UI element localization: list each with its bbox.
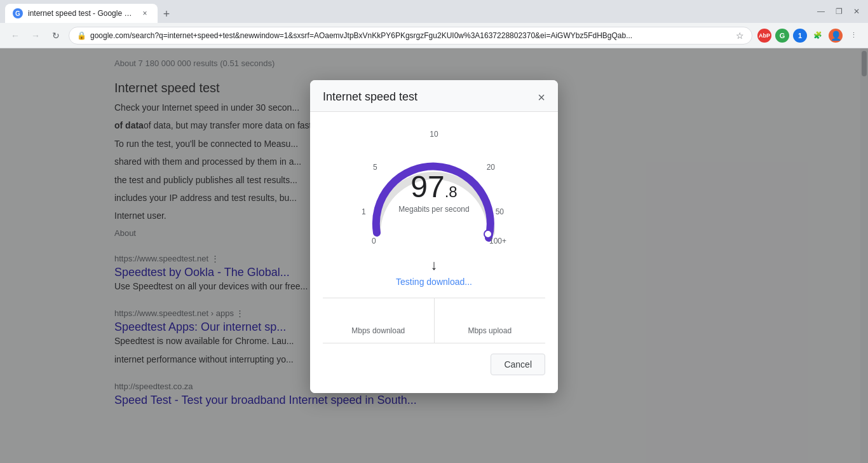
close-button[interactable]: ✕ xyxy=(850,5,863,18)
abp-extension-icon[interactable]: AbP xyxy=(757,29,771,43)
gauge-label-0: 0 xyxy=(372,237,376,245)
cancel-button[interactable]: Cancel xyxy=(491,354,545,375)
tab-close-button[interactable]: × xyxy=(140,8,150,18)
download-section: ↓ Testing download... xyxy=(323,257,545,287)
title-bar: G internet speed test - Google Sea × + —… xyxy=(0,0,868,23)
dialog-title: Internet speed test xyxy=(323,90,417,104)
modal-overlay: Internet speed test × xyxy=(0,48,868,463)
dialog-close-button[interactable]: × xyxy=(538,91,545,104)
back-button[interactable]: ← xyxy=(8,28,23,43)
extension-icons: AbP G 1 🧩 👤 ⋮ xyxy=(757,29,860,43)
extension-badge[interactable]: 1 xyxy=(793,29,807,43)
mbps-upload-value xyxy=(445,306,536,324)
mbps-download-value xyxy=(333,306,424,324)
tab-title: internet speed test - Google Sea xyxy=(28,9,135,18)
lock-icon: 🔒 xyxy=(77,31,86,40)
url-bar[interactable]: 🔒 google.com/search?q=internet+speed+tes… xyxy=(69,27,752,45)
mbps-download-col: Mbps download xyxy=(323,298,435,343)
gauge-container: 10 5 20 1 50 0 100+ 97.8 xyxy=(358,125,510,252)
download-arrow-icon: ↓ xyxy=(323,257,545,273)
mbps-download-label: Mbps download xyxy=(333,326,424,335)
gauge-center: 97.8 Megabits per second xyxy=(398,172,469,214)
mbps-upload-label: Mbps upload xyxy=(445,326,536,335)
star-icon[interactable]: ☆ xyxy=(736,31,744,41)
chrome-browser: G internet speed test - Google Sea × + —… xyxy=(0,0,868,463)
new-tab-button[interactable]: + xyxy=(158,5,175,23)
speed-test-dialog: Internet speed test × xyxy=(310,80,558,393)
active-tab[interactable]: G internet speed test - Google Sea × xyxy=(5,4,158,23)
window-controls: — ❐ ✕ xyxy=(815,5,863,18)
gauge-label-100: 100+ xyxy=(489,237,506,245)
gauge-label-50: 50 xyxy=(496,207,504,216)
extensions-button[interactable]: 🧩 xyxy=(811,29,825,43)
gauge-main-value: 97 xyxy=(410,170,444,204)
mbps-row: Mbps download Mbps upload xyxy=(323,298,545,343)
gauge-label-20: 20 xyxy=(487,163,495,172)
dialog-header: Internet speed test × xyxy=(310,80,558,112)
dialog-body: 10 5 20 1 50 0 100+ 97.8 xyxy=(310,112,558,393)
gauge-label-5: 5 xyxy=(373,163,377,172)
tab-bar: G internet speed test - Google Sea × + xyxy=(5,0,815,23)
tab-favicon: G xyxy=(13,8,23,18)
chrome-menu-button[interactable]: ⋮ xyxy=(846,29,860,43)
profile-avatar[interactable]: 👤 xyxy=(829,29,843,43)
minimize-button[interactable]: — xyxy=(815,5,827,18)
testing-download-label: Testing download... xyxy=(396,277,472,287)
cancel-row: Cancel xyxy=(323,354,545,380)
gauge-label-10: 10 xyxy=(430,130,438,139)
refresh-button[interactable]: ↻ xyxy=(48,28,64,43)
gauge-value: 97.8 xyxy=(398,172,469,202)
url-text: google.com/search?q=internet+speed+test&… xyxy=(90,31,732,40)
page-background: About 7 180 000 000 results (0.51 second… xyxy=(0,48,868,463)
forward-button[interactable]: → xyxy=(28,28,43,43)
gauge-unit: Megabits per second xyxy=(398,205,469,214)
address-bar: ← → ↻ 🔒 google.com/search?q=internet+spe… xyxy=(0,23,868,48)
gauge-label-1: 1 xyxy=(362,207,366,216)
mbps-upload-col: Mbps upload xyxy=(435,298,546,343)
google-extension-icon[interactable]: G xyxy=(775,29,789,43)
maximize-button[interactable]: ❐ xyxy=(832,5,845,18)
gauge-decimal-value: .8 xyxy=(445,183,458,200)
